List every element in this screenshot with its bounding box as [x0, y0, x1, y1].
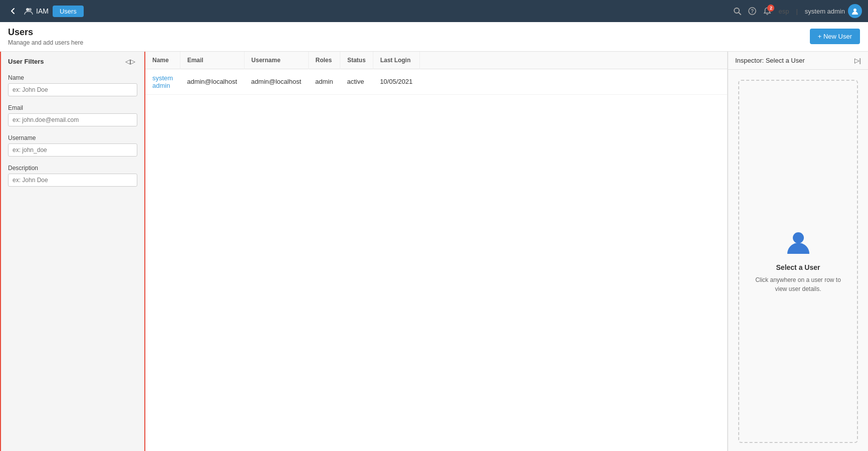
name-filter-label: Name: [8, 74, 137, 81]
svg-line-3: [739, 13, 741, 15]
user-name-link[interactable]: system admin: [152, 74, 173, 89]
filters-title: User Filters: [8, 58, 44, 65]
new-user-button[interactable]: + New User: [810, 29, 860, 44]
page-title: Users: [8, 27, 83, 38]
col-spacer: [419, 52, 727, 69]
locale-label: esp: [778, 8, 789, 15]
top-navigation: IAM Users ? 2 esp | system admin: [0, 0, 868, 22]
search-button[interactable]: [733, 7, 741, 15]
back-button[interactable]: [6, 4, 20, 18]
users-table: Name Email Username Roles Status Last Lo…: [145, 52, 727, 95]
inspector-body: Select a User Click anywhere on a user r…: [728, 70, 868, 451]
col-roles: Roles: [308, 52, 340, 69]
email-filter-group: Email: [1, 100, 144, 130]
page-header: Users Manage and add users here + New Us…: [0, 22, 868, 52]
svg-text:?: ?: [751, 9, 754, 14]
email-filter-input[interactable]: [8, 113, 137, 126]
table-row[interactable]: system admin admin@localhost admin@local…: [145, 69, 727, 94]
email-filter-label: Email: [8, 104, 137, 111]
inspector-select-desc: Click anywhere on a user row to view use…: [749, 275, 847, 293]
app-icon: IAM: [24, 7, 49, 16]
inspector-panel: Inspector: Select a User ▷| Select a Use…: [728, 52, 868, 451]
description-filter-input[interactable]: [8, 174, 137, 187]
col-name: Name: [145, 52, 180, 69]
description-filter-label: Description: [8, 165, 137, 172]
cell-username: admin@localhost: [244, 69, 308, 94]
table-header: Name Email Username Roles Status Last Lo…: [145, 52, 727, 69]
username-filter-input[interactable]: [8, 143, 137, 157]
cell-last-login: 10/05/2021: [373, 69, 419, 94]
username-filter-group: Username: [1, 130, 144, 161]
notification-button[interactable]: 2: [763, 7, 771, 15]
user-info: system admin: [805, 4, 862, 18]
cell-name: system admin: [145, 69, 180, 94]
username-filter-label: Username: [8, 134, 137, 141]
svg-point-6: [853, 9, 856, 12]
sidebar-filters: User Filters ◁▷ Name Email Username Desc…: [0, 52, 145, 451]
col-username: Username: [244, 52, 308, 69]
col-email: Email: [180, 52, 244, 69]
svg-point-1: [29, 8, 32, 11]
inspector-title: Inspector: Select a User: [735, 57, 805, 64]
name-filter-input[interactable]: [8, 83, 137, 96]
page-title-block: Users Manage and add users here: [8, 27, 83, 46]
user-placeholder-icon: [785, 229, 811, 256]
name-filter-group: Name: [1, 70, 144, 100]
main-layout: User Filters ◁▷ Name Email Username Desc…: [0, 52, 868, 451]
description-filter-group: Description: [1, 161, 144, 191]
inspector-header: Inspector: Select a User ▷|: [728, 52, 868, 70]
inspector-collapse-button[interactable]: ▷|: [854, 57, 861, 64]
inspector-placeholder: Select a User Click anywhere on a user r…: [738, 80, 858, 443]
cell-roles: admin: [308, 69, 340, 94]
cell-email: admin@localhost: [180, 69, 244, 94]
table-body: system admin admin@localhost admin@local…: [145, 69, 727, 94]
inspector-select-title: Select a User: [776, 263, 820, 271]
app-name-label: IAM: [36, 7, 49, 15]
filters-collapse-button[interactable]: ◁▷: [123, 57, 137, 66]
username-label: system admin: [805, 8, 845, 15]
users-tab[interactable]: Users: [53, 6, 84, 17]
svg-point-7: [793, 232, 804, 243]
col-last-login: Last Login: [373, 52, 419, 69]
help-button[interactable]: ?: [748, 7, 756, 15]
topnav-right: ? 2 esp | system admin: [733, 4, 862, 18]
col-status: Status: [340, 52, 373, 69]
avatar: [848, 4, 862, 18]
users-table-area: Name Email Username Roles Status Last Lo…: [145, 52, 728, 451]
notification-badge: 2: [767, 5, 774, 12]
cell-status: active: [340, 69, 373, 94]
filters-header: User Filters ◁▷: [1, 52, 144, 70]
cell-spacer: [419, 69, 727, 94]
page-subtitle: Manage and add users here: [8, 39, 83, 46]
